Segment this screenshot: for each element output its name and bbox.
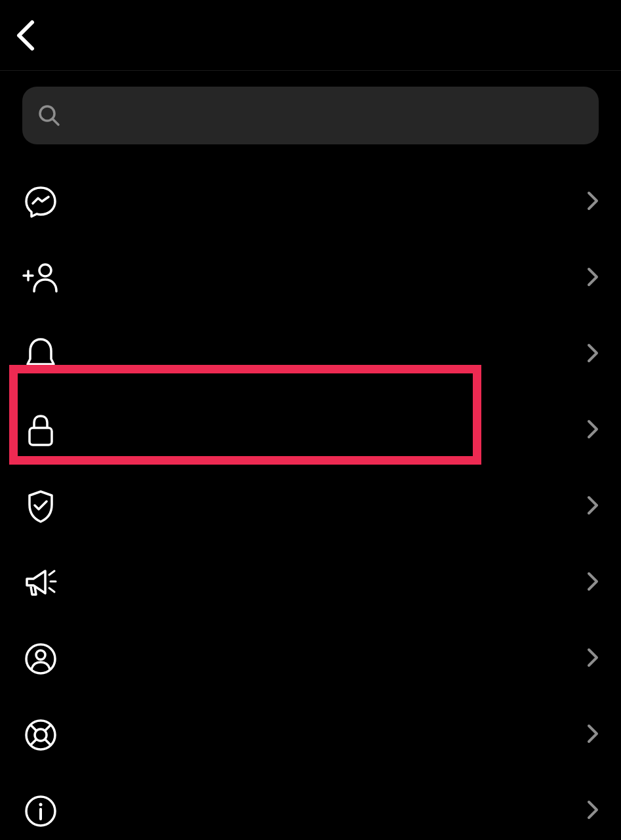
chevron-right-icon — [587, 191, 599, 213]
menu-item-account[interactable] — [22, 621, 599, 697]
content — [0, 71, 621, 840]
megaphone-icon — [22, 567, 59, 598]
svg-line-17 — [45, 740, 51, 746]
svg-line-1 — [53, 119, 58, 125]
chevron-right-icon — [587, 419, 599, 442]
bell-icon — [22, 337, 59, 372]
svg-point-13 — [35, 729, 47, 741]
chevron-right-icon — [587, 724, 599, 746]
chevron-right-icon — [587, 343, 599, 366]
chevron-right-icon — [587, 800, 599, 822]
svg-line-14 — [30, 724, 36, 730]
chevron-left-icon — [16, 19, 35, 52]
lifebuoy-icon — [22, 718, 59, 752]
header — [0, 0, 621, 71]
add-person-icon — [22, 261, 59, 295]
svg-line-9 — [49, 588, 54, 592]
menu-item-privacy[interactable] — [22, 392, 599, 469]
menu-item-follow-invite[interactable] — [22, 240, 599, 316]
menu-item-about[interactable] — [22, 773, 599, 840]
menu-item-ads[interactable] — [22, 545, 599, 621]
shield-check-icon — [22, 489, 59, 524]
person-circle-icon — [22, 642, 59, 676]
svg-line-15 — [45, 724, 51, 730]
chevron-right-icon — [587, 267, 599, 289]
svg-rect-6 — [30, 428, 52, 445]
svg-point-0 — [40, 106, 54, 121]
menu-item-notifications[interactable] — [22, 316, 599, 392]
svg-point-2 — [39, 264, 51, 276]
svg-point-19 — [39, 803, 43, 807]
lock-icon — [22, 413, 59, 448]
menu-item-help[interactable] — [22, 697, 599, 773]
svg-line-16 — [30, 740, 36, 746]
messenger-icon — [22, 185, 59, 219]
back-button[interactable] — [16, 19, 35, 52]
svg-line-7 — [49, 571, 54, 575]
search-input[interactable] — [22, 87, 599, 144]
menu-item-update-messaging[interactable] — [22, 164, 599, 240]
menu-item-security[interactable] — [22, 469, 599, 545]
chevron-right-icon — [587, 648, 599, 670]
info-circle-icon — [22, 794, 59, 828]
chevron-right-icon — [587, 495, 599, 518]
search-icon — [38, 104, 60, 127]
chevron-right-icon — [587, 572, 599, 594]
svg-point-11 — [36, 650, 45, 660]
